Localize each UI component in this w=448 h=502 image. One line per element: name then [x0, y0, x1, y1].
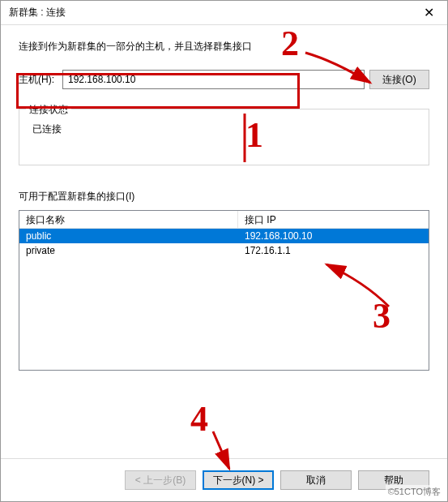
host-label: 主机(H):	[19, 73, 58, 87]
close-button[interactable]: ✕	[411, 1, 447, 25]
col-header-ip[interactable]: 接口 IP	[238, 211, 429, 228]
cancel-button[interactable]: 取消	[280, 470, 352, 490]
watermark: ©51CTO博客	[386, 485, 443, 499]
host-row: 主机(H): 连接(O)	[19, 70, 429, 89]
host-input[interactable]	[62, 70, 365, 89]
cell-iface-ip: 172.16.1.1	[238, 244, 429, 257]
titlebar: 新群集 : 连接 ✕	[1, 1, 447, 25]
close-icon: ✕	[424, 5, 434, 20]
interfaces-label: 可用于配置新群集的接口(I)	[19, 190, 429, 204]
table-body: public 192.168.100.10 private 172.16.1.1	[19, 229, 429, 258]
table-header: 接口名称 接口 IP	[19, 211, 429, 229]
interfaces-table[interactable]: 接口名称 接口 IP public 192.168.100.10 private…	[19, 210, 429, 371]
col-header-name[interactable]: 接口名称	[19, 211, 238, 228]
connection-status-group: 连接状态 已连接	[19, 109, 429, 165]
dialog-content: 连接到作为新群集的一部分的主机，并且选择群集接口 主机(H): 连接(O) 连接…	[1, 25, 447, 501]
table-row[interactable]: private 172.16.1.1	[19, 243, 429, 258]
cell-iface-name: public	[19, 230, 238, 242]
next-button[interactable]: 下一步(N) >	[203, 470, 274, 490]
status-legend: 连接状态	[26, 103, 71, 117]
back-button: < 上一步(B)	[125, 470, 196, 490]
window-title: 新群集 : 连接	[9, 6, 66, 19]
instruction-text: 连接到作为新群集的一部分的主机，并且选择群集接口	[19, 40, 429, 54]
cell-iface-name: private	[19, 244, 238, 257]
status-text: 已连接	[29, 118, 419, 136]
wizard-buttons: < 上一步(B) 下一步(N) > 取消 帮助	[1, 458, 447, 501]
cell-iface-ip: 192.168.100.10	[238, 230, 429, 242]
table-row[interactable]: public 192.168.100.10	[19, 229, 429, 243]
connect-button[interactable]: 连接(O)	[369, 70, 429, 89]
